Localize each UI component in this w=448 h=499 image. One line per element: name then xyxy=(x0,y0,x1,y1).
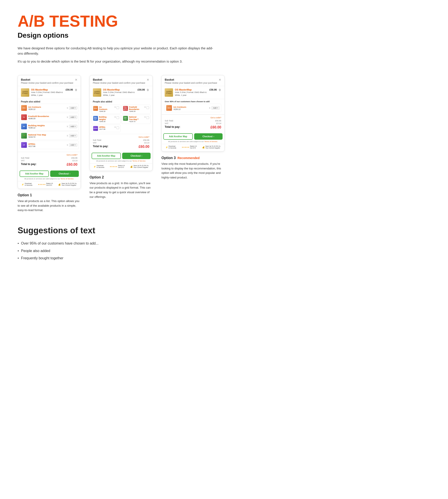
badge-download-2: ⚡ DownloadIn Seconds xyxy=(93,165,104,168)
trust-badges-1: ⚡ DownloadIn Seconds ★★★★★ Rated 4.9Out … xyxy=(18,181,80,189)
grid-info-3[interactable]: ℹ xyxy=(115,116,115,118)
close-icon-2[interactable]: ✕ xyxy=(147,78,149,82)
addon-name-featured-3: 1m Contours xyxy=(173,106,208,108)
info-icon-3[interactable]: ℹ xyxy=(209,107,210,109)
got-code-3[interactable]: Got a code? xyxy=(165,116,221,119)
grid-thumb-uprns-2: UPRNs xyxy=(93,126,98,131)
product-thumb-1: QUEEN STREET xyxy=(21,88,29,97)
option-1-label: Option 1 xyxy=(18,193,81,197)
basket-actions-1: Add Another Map Checkout › xyxy=(18,169,80,178)
addon-name-contours-1: 1m Contours xyxy=(28,106,66,108)
featured-label-3: Over 95% of our customers have chosen to… xyxy=(165,100,221,103)
info-icon-1a[interactable]: ℹ xyxy=(67,107,68,109)
option-1-widget: Basket Please review your basket and con… xyxy=(18,75,81,189)
basket-header-1: Basket Please review your basket and con… xyxy=(18,75,80,86)
grid-check-uprns-2[interactable] xyxy=(116,126,119,129)
stars-icon-1: ★★★★★ xyxy=(38,183,46,185)
suggestion-item-2: People also added xyxy=(18,247,224,255)
options-grid: Basket Please review your basket and con… xyxy=(18,75,224,213)
trash-icon-1[interactable]: 🗑 xyxy=(75,88,78,91)
add-map-button-1[interactable]: Add Another Map xyxy=(20,170,49,177)
grid-thumb-contours-2: 162m xyxy=(93,106,98,111)
vat-row-2: VAT: £3.14 xyxy=(93,142,149,144)
add-btn-heights-1[interactable]: Add + xyxy=(69,125,77,128)
addon-grid-2: 162m 1mContours +£48.33 ℹ Free-holdBound… xyxy=(90,104,153,134)
grid-info-2[interactable]: ℹ xyxy=(145,106,145,108)
suggestions-list: Over 95% of our customers have chosen to… xyxy=(18,240,224,262)
badge-download-3: ⚡ DownloadIn Seconds xyxy=(165,145,176,149)
trash-icon-3[interactable]: 🗑 xyxy=(219,88,221,91)
grid-name-tree-2: NationalTree Map™ xyxy=(129,116,144,120)
addon-price-uprns-1: +£17.06 xyxy=(28,145,66,147)
product-detail-1: Area: 5.2Ha | Format: DWG Black & White,… xyxy=(31,91,64,97)
featured-addon-3: 162m 1m Contours +£26.12 ℹ Add + xyxy=(165,104,221,112)
option-3-label: Option 3 xyxy=(161,156,176,160)
add-btn-uprns-1[interactable]: Add + xyxy=(69,143,77,147)
grid-info-4[interactable]: ℹ xyxy=(145,116,145,118)
checkout-button-1[interactable]: Checkout › xyxy=(50,170,79,177)
basket-subtitle-1: Please review your basket and confirm yo… xyxy=(21,82,73,84)
total-price-2: £60.00 xyxy=(139,145,149,149)
product-detail-2: Area: 5.2Ha | Format: DWG Black & White,… xyxy=(103,91,136,97)
addon-name-heights-1: Building Heights xyxy=(28,124,66,127)
option-1-desc: View all products as a list. This option… xyxy=(18,199,81,213)
addon-price-featured-3: +£26.12 xyxy=(173,108,208,110)
grid-info-1[interactable]: ℹ xyxy=(115,106,115,108)
add-map-button-2[interactable]: Add Another Map xyxy=(92,153,121,159)
product-name-2: OS MasterMap xyxy=(103,88,136,91)
basket-header-2: Basket Please review your basket and con… xyxy=(90,75,153,86)
addon-thumb-freehold-1: FH xyxy=(21,114,27,120)
add-btn-featured-3[interactable]: Add + xyxy=(211,106,220,110)
basket-title-2: Basket xyxy=(93,78,145,81)
add-btn-tree-1[interactable]: Add + xyxy=(69,134,77,137)
addon-item-heights-1: BH Building Heights +£48.12 ℹ Add + xyxy=(20,122,79,131)
addon-item-freehold-1: FH Freehold Boundaries +£48.33 ℹ Add + xyxy=(20,113,79,121)
suggestion-item-1: Over 95% of our customers have chosen to… xyxy=(18,240,224,247)
add-btn-freehold-1[interactable]: Add + xyxy=(69,116,77,119)
option-3-desc: View only the most featured products. If… xyxy=(161,162,224,180)
info-icon-1d[interactable]: ℹ xyxy=(67,135,68,137)
grid-check-freehold-2[interactable] xyxy=(146,106,149,109)
grid-check-contours-2[interactable] xyxy=(116,106,119,109)
add-btn-contours-1[interactable]: Add + xyxy=(69,106,77,110)
trust-badges-2: ⚡ DownloadIn Seconds ★★★★★ Rated 4.9Out … xyxy=(90,163,153,171)
grid-check-tree-2[interactable] xyxy=(146,116,149,119)
people-added-label-2: People also added xyxy=(90,99,153,104)
addon-grid-contours-2: 162m 1mContours +£48.33 ℹ xyxy=(92,105,121,114)
page-title: A/B TESTING xyxy=(18,13,224,29)
checkout-button-2[interactable]: Checkout › xyxy=(122,153,151,159)
got-code-2[interactable]: Got a code? xyxy=(93,136,149,138)
got-code-1[interactable]: Got a code? xyxy=(21,154,78,156)
info-icon-1e[interactable]: ℹ xyxy=(67,144,68,146)
product-info-1: OS MasterMap Area: 5.2Ha | Format: DWG B… xyxy=(31,88,64,97)
subtotal-row-2: Sub Total: £56.86 xyxy=(93,139,149,141)
info-icon-1b[interactable]: ℹ xyxy=(67,116,68,118)
addon-grid-heights-2: BldgHght BuildingHeights +£48.33 ℹ xyxy=(92,115,121,124)
product-name-3: OS MasterMap xyxy=(175,88,208,91)
option-2-card: Basket Please review your basket and con… xyxy=(90,75,153,213)
badge-rating-2: ★★★★★ Rated 4.9Out Of 5 xyxy=(110,165,125,168)
grid-thumb-freehold-2: Free-holdBound xyxy=(123,106,128,111)
addon-price-contours-1: +£26.12 xyxy=(28,108,66,110)
total-price-3: £60.00 xyxy=(210,125,221,129)
close-icon-1[interactable]: ✕ xyxy=(75,78,78,82)
checkout-button-3[interactable]: Checkout › xyxy=(194,133,223,140)
info-icon-1c[interactable]: ℹ xyxy=(67,125,68,128)
option-3-card: Basket Please review your basket and con… xyxy=(161,75,224,213)
trash-icon-2[interactable]: 🗑 xyxy=(147,88,149,91)
badge-savings-1: 💰 Save Up To 22.3% Vs.Your Current Suppl… xyxy=(58,183,77,186)
product-detail-3: Area: 5.2Ha | Format: DWG Black & White,… xyxy=(175,91,208,97)
grid-info-5[interactable]: ℹ xyxy=(115,126,115,128)
addon-thumb-featured-3: 162m xyxy=(166,105,172,111)
badge-savings-2: 💰 Save Up To 22.3% Vs.Your Current Suppl… xyxy=(130,165,149,168)
grid-check-heights-2[interactable] xyxy=(116,116,119,119)
recommended-badge: Recommended xyxy=(177,156,199,160)
addon-list-1: 162m 1m Contours +£26.12 ℹ Add + FH Free… xyxy=(18,104,80,152)
add-map-button-3[interactable]: Add Another Map xyxy=(163,133,193,140)
stars-icon-2: ★★★★★ xyxy=(110,166,117,168)
close-icon-3[interactable]: ✕ xyxy=(219,78,221,82)
terms-text-1: All products & services are sold subject… xyxy=(18,178,80,181)
option-2-desc: View products as a grid. In this option,… xyxy=(90,181,153,200)
product-price-3: £56.86 xyxy=(209,88,217,91)
trust-badges-3: ⚡ DownloadIn Seconds ★★★★★ Rated 4.9Out … xyxy=(161,144,224,151)
